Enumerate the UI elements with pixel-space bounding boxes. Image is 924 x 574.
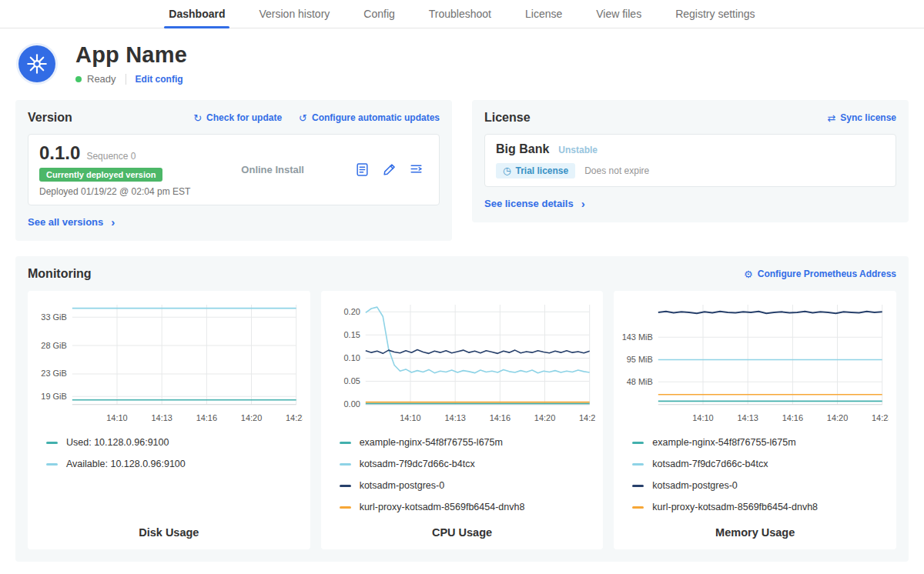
svg-text:0.00: 0.00 <box>343 399 360 409</box>
legend-dash-icon <box>340 442 351 444</box>
legend-item: kotsadm-postgres-0 <box>632 480 889 491</box>
legend-item: kurl-proxy-kotsadm-8569fb6454-dnvh8 <box>632 502 889 512</box>
legend-item: Available: 10.128.0.96:9100 <box>46 459 303 469</box>
tab-view-files[interactable]: View files <box>579 0 658 28</box>
edit-config-icon[interactable] <box>382 162 397 177</box>
deployed-timestamp: Deployed 01/19/22 @ 02:04 pm EST <box>39 186 190 197</box>
license-name-row: Big Bank Unstable <box>496 142 885 156</box>
license-meta-row: ◷ Trial license Does not expire <box>496 163 885 179</box>
sequence-label: Sequence 0 <box>86 151 136 162</box>
legend-label: kurl-proxy-kotsadm-8569fb6454-dnvh8 <box>652 502 818 512</box>
svg-text:14:10: 14:10 <box>693 413 714 422</box>
install-type-label: Online Install <box>190 164 355 175</box>
charts-row: 19 GiB23 GiB28 GiB33 GiB14:1014:1314:161… <box>28 291 896 549</box>
legend-label: example-nginx-54f8f76755-l675m <box>360 437 503 448</box>
legend-label: kotsadm-7f9dc7d66c-b4tcx <box>652 459 768 469</box>
disk-usage-chart: 19 GiB23 GiB28 GiB33 GiB14:1014:1314:161… <box>35 297 303 428</box>
tab-license[interactable]: License <box>508 0 579 28</box>
see-all-versions-link[interactable]: See all versions › <box>28 216 115 228</box>
cpu-usage-legend: example-nginx-54f8f76755-l675mkotsadm-7f… <box>340 437 596 512</box>
legend-item: kotsadm-7f9dc7d66c-b4tcx <box>632 459 889 469</box>
chevron-right-icon: › <box>111 216 115 228</box>
svg-text:14:16: 14:16 <box>489 413 510 422</box>
svg-text:48 MiB: 48 MiB <box>627 377 653 386</box>
cards-row: Version ↻ Check for update ↺ Configure a… <box>0 89 924 241</box>
legend-item: Used: 10.128.0.96:9100 <box>46 437 303 448</box>
legend-dash-icon <box>46 463 58 466</box>
svg-text:14:23: 14:23 <box>579 413 596 422</box>
customer-name: Big Bank <box>496 142 549 156</box>
gear-icon: ⚙ <box>744 269 753 280</box>
version-card-title: Version <box>28 111 72 125</box>
svg-text:14:13: 14:13 <box>738 413 758 422</box>
cpu-usage-chart-card: 0.000.050.100.150.2014:1014:1314:1614:20… <box>321 291 604 549</box>
tab-version-history[interactable]: Version history <box>242 0 346 28</box>
license-box: Big Bank Unstable ◷ Trial license Does n… <box>484 134 896 187</box>
legend-dash-icon <box>340 506 351 509</box>
status-text: Ready <box>87 73 116 85</box>
svg-text:14:10: 14:10 <box>400 413 420 422</box>
app-header: App Name Ready Edit config <box>0 28 924 89</box>
legend-dash-icon <box>632 485 644 487</box>
legend-item: kurl-proxy-kotsadm-8569fb6454-dnvh8 <box>340 502 596 512</box>
legend-dash-icon <box>340 463 351 466</box>
version-number: 0.1.0 <box>39 142 80 164</box>
deploy-logs-icon[interactable] <box>409 162 424 177</box>
svg-text:0.05: 0.05 <box>343 376 360 385</box>
legend-item: example-nginx-54f8f76755-l675m <box>340 437 596 448</box>
legend-label: kotsadm-postgres-0 <box>652 480 737 491</box>
tab-config[interactable]: Config <box>346 0 411 28</box>
svg-text:14:20: 14:20 <box>534 413 555 422</box>
legend-label: example-nginx-54f8f76755-l675m <box>652 437 795 448</box>
trial-license-label: Trial license <box>515 165 568 176</box>
configure-prometheus-label: Configure Prometheus Address <box>758 269 896 279</box>
check-for-update-link[interactable]: ↻ Check for update <box>193 112 282 124</box>
monitoring-section: Monitoring ⚙ Configure Prometheus Addres… <box>15 256 909 562</box>
legend-dash-icon <box>46 442 58 444</box>
svg-text:28 GiB: 28 GiB <box>41 341 66 350</box>
see-license-details-link[interactable]: See license details › <box>484 198 585 209</box>
see-license-details-label: See license details <box>484 198 574 209</box>
svg-text:0.20: 0.20 <box>343 307 360 316</box>
chart-title: Memory Usage <box>621 512 889 539</box>
cpu-usage-chart: 0.000.050.100.150.2014:1014:1314:1614:20… <box>329 297 596 428</box>
disk-usage-legend: Used: 10.128.0.96:9100Available: 10.128.… <box>46 437 303 469</box>
sync-icon: ⇄ <box>827 112 835 124</box>
page-title: App Name <box>75 42 187 68</box>
sync-license-link[interactable]: ⇄ Sync license <box>827 112 896 124</box>
chevron-right-icon: › <box>581 198 585 209</box>
legend-label: Available: 10.128.0.96:9100 <box>66 459 186 469</box>
monitoring-header: Monitoring ⚙ Configure Prometheus Addres… <box>28 267 896 281</box>
release-notes-icon[interactable] <box>355 162 370 177</box>
see-all-versions-label: See all versions <box>28 216 103 228</box>
svg-text:14:16: 14:16 <box>196 413 217 422</box>
tab-registry-settings[interactable]: Registry settings <box>658 0 772 28</box>
memory-usage-legend: example-nginx-54f8f76755-l675mkotsadm-7f… <box>632 437 889 512</box>
configure-automatic-updates-link[interactable]: ↺ Configure automatic updates <box>299 112 440 124</box>
legend-dash-icon <box>340 485 351 487</box>
edit-config-link[interactable]: Edit config <box>136 74 183 85</box>
memory-usage-chart: 48 MiB95 MiB143 MiB14:1014:1314:1614:201… <box>621 297 889 428</box>
deployed-badge: Currently deployed version <box>39 168 162 182</box>
svg-text:33 GiB: 33 GiB <box>41 312 66 322</box>
svg-text:14:23: 14:23 <box>286 413 303 422</box>
svg-text:0.15: 0.15 <box>343 330 360 339</box>
clock-icon: ◷ <box>503 165 511 176</box>
tab-dashboard[interactable]: Dashboard <box>152 0 242 28</box>
sync-license-label: Sync license <box>840 112 896 123</box>
configure-prometheus-link[interactable]: ⚙ Configure Prometheus Address <box>744 269 896 280</box>
legend-dash-icon <box>632 442 644 444</box>
legend-dash-icon <box>632 506 644 509</box>
legend-label: Used: 10.128.0.96:9100 <box>66 437 169 448</box>
version-action-icons <box>355 162 428 177</box>
svg-text:0.10: 0.10 <box>343 353 360 362</box>
legend-label: kotsadm-7f9dc7d66c-b4tcx <box>360 459 475 469</box>
version-card-actions: ↻ Check for update ↺ Configure automatic… <box>193 112 440 124</box>
license-card: License ⇄ Sync license Big Bank Unstable… <box>472 100 909 222</box>
title-block: App Name Ready Edit config <box>75 42 187 85</box>
tab-troubleshoot[interactable]: Troubleshoot <box>412 0 508 28</box>
version-number-row: 0.1.0 Sequence 0 <box>39 142 190 164</box>
license-card-title: License <box>484 111 531 125</box>
svg-text:14:13: 14:13 <box>444 413 465 422</box>
disk-usage-chart-card: 19 GiB23 GiB28 GiB33 GiB14:1014:1314:161… <box>28 291 310 549</box>
